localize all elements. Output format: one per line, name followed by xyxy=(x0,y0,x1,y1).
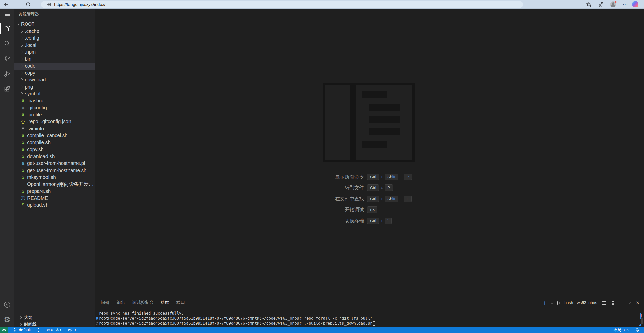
extensions-icon[interactable] xyxy=(0,84,14,95)
panel-tab-端口[interactable]: 端口 xyxy=(176,298,185,307)
split-terminal-icon[interactable] xyxy=(602,301,606,305)
tree-item-readme[interactable]: ⓘREADME xyxy=(14,195,95,202)
tree-item-png[interactable]: png xyxy=(14,84,95,91)
tree-item-copy.sh[interactable]: $copy.sh xyxy=(14,146,95,153)
tree-item-download[interactable]: download xyxy=(14,76,95,84)
tree-item-label: .cache xyxy=(25,28,39,34)
tree-item-label: png xyxy=(25,84,33,90)
shortcut-row: 切换终端Ctrl+` xyxy=(251,215,530,226)
browser-menu-icon[interactable]: ⋯ xyxy=(622,1,628,7)
remote-indicator[interactable]: >< xyxy=(0,327,8,333)
tree-item-get-user-from-hostname.pl[interactable]: ♞get-user-from-hostname.pl xyxy=(14,160,95,167)
tree-item-get-user-from-hostname.sh[interactable]: $get-user-from-hostname.sh xyxy=(14,167,95,174)
new-terminal-icon[interactable]: + xyxy=(543,299,547,307)
shell-file-icon: $ xyxy=(20,112,26,117)
terminal-overflow-indicator xyxy=(639,323,641,326)
panel-tab-问题[interactable]: 问题 xyxy=(101,298,110,307)
sidebar-section-timeline[interactable]: 时间线 xyxy=(14,322,95,327)
tree-item-.gitconfig[interactable]: ◈.gitconfig xyxy=(14,104,95,111)
tree-item-mksymbol.sh[interactable]: $mksymbol.sh xyxy=(14,174,95,181)
panel-tab-终端[interactable]: 终端 xyxy=(160,298,170,307)
shortcut-label: 转到文件 xyxy=(251,184,364,191)
terminal-line: repo sync has finished successfully. xyxy=(95,311,644,316)
close-panel-icon[interactable]: × xyxy=(636,299,639,306)
address-bar[interactable]: https://lengqinjie.xyz/index/ xyxy=(41,1,523,8)
terminal-dropdown-icon[interactable] xyxy=(551,302,553,304)
copilot-icon[interactable] xyxy=(632,1,638,7)
tree-item-label: download xyxy=(25,77,46,83)
panel-more-actions-icon[interactable]: ⋯ xyxy=(620,300,625,306)
terminal-text: root@code-server-5d2faad45da5fc3007f5a51… xyxy=(99,321,373,326)
tree-item-label: mksymbol.sh xyxy=(27,174,56,180)
panel-tab-调试控制台[interactable]: 调试控制台 xyxy=(132,298,154,307)
notifications-bell-icon[interactable] xyxy=(635,328,639,332)
kill-terminal-trash-icon[interactable] xyxy=(611,301,615,305)
tree-item-upload.sh[interactable]: $upload.sh xyxy=(14,202,95,209)
chevron-right-icon xyxy=(20,85,23,89)
terminal-tab[interactable]: bash - ws63_ohos xyxy=(557,301,597,305)
tree-item-prepare.sh[interactable]: $prepare.sh xyxy=(14,188,95,195)
sidebar-section-outline[interactable]: 大纲 xyxy=(14,313,95,322)
sync-status-item[interactable] xyxy=(36,328,41,332)
tree-item-label: .repo_.gitconfig.json xyxy=(27,119,71,124)
maximize-panel-icon[interactable] xyxy=(630,301,632,304)
key-plus: + xyxy=(400,175,402,179)
menu-icon[interactable] xyxy=(0,10,14,21)
command-decoration-blue[interactable] xyxy=(96,317,98,320)
tree-item-copy[interactable]: copy xyxy=(14,70,95,77)
tree-item-root[interactable]: ROOT xyxy=(14,21,95,28)
tree-item-compile_cancel.sh[interactable]: $compile_cancel.sh xyxy=(14,132,95,139)
tree-item-download.sh[interactable]: $download.sh xyxy=(14,153,95,160)
tree-item-.local[interactable]: .local xyxy=(14,42,95,49)
tree-item-.viminfo[interactable]: ≡.viminfo xyxy=(14,125,95,132)
tree-item-.profile[interactable]: $.profile xyxy=(14,111,95,118)
tree-item-code[interactable]: code xyxy=(14,63,95,70)
ports-status-item[interactable]: 0 xyxy=(68,328,76,332)
problems-status-item[interactable]: ⊗ 0 ⚠ 0 xyxy=(47,328,62,332)
branch-status-item[interactable]: default xyxy=(14,328,31,332)
account-icon[interactable] xyxy=(0,299,14,310)
browser-essentials-icon[interactable] xyxy=(598,1,604,7)
tree-item-label: prepare.sh xyxy=(27,188,51,194)
json-file-icon: {} xyxy=(20,119,26,124)
tree-item-label: download.sh xyxy=(27,154,55,159)
keycap: Ctrl xyxy=(367,196,379,202)
terminal-tab-label: bash - ws63_ohos xyxy=(564,301,597,305)
tree-item-compile.sh[interactable]: $compile.sh xyxy=(14,139,95,146)
tree-item-.npm[interactable]: .npm xyxy=(14,49,95,56)
command-decoration-grey[interactable] xyxy=(96,322,98,325)
shortcut-row: 在文件中查找Ctrl+Shift+F xyxy=(251,193,530,204)
shell-file-icon: $ xyxy=(20,154,26,159)
key-plus: + xyxy=(381,197,383,201)
keyboard-layout-item[interactable]: 布局: US xyxy=(614,327,629,333)
settings-gear-icon[interactable]: ⚙ xyxy=(0,314,14,325)
tree-item-openharmony-...[interactable]: ↓OpenHarmony南向设备开发平台使... xyxy=(14,181,95,188)
tree-item-label: .profile xyxy=(27,112,42,118)
source-control-icon[interactable] xyxy=(0,53,14,64)
shortcut-keys: Ctrl+` xyxy=(367,218,392,224)
tree-item-.config[interactable]: .config xyxy=(14,35,95,42)
tree-item-.bashrc[interactable]: $.bashrc xyxy=(14,97,95,105)
tree-item-symbol[interactable]: symbol xyxy=(14,90,95,97)
chevron-right-icon xyxy=(20,92,23,95)
key-plus: + xyxy=(381,186,383,190)
terminal-output[interactable]: repo sync has finished successfully.root… xyxy=(95,311,644,326)
tree-item-bin[interactable]: bin xyxy=(14,56,95,63)
search-icon[interactable] xyxy=(0,38,14,49)
url-text[interactable]: https://lengqinjie.xyz/index/ xyxy=(54,2,105,7)
bottom-panel: 问题输出调试控制台终端端口 + bash - ws63_ohos ⋯ × rep… xyxy=(95,299,644,327)
run-and-debug-icon[interactable] xyxy=(0,68,14,79)
favorites-icon[interactable] xyxy=(586,1,592,7)
tree-item-.repo_.gitconfig.json[interactable]: {}.repo_.gitconfig.json xyxy=(14,118,95,125)
site-info-globe-icon[interactable] xyxy=(47,2,51,7)
shortcut-row: 开始调试F5 xyxy=(251,204,530,216)
shortcut-label: 在文件中查找 xyxy=(251,196,364,202)
explorer-icon[interactable] xyxy=(0,23,14,34)
panel-tab-输出[interactable]: 输出 xyxy=(116,298,125,307)
back-icon[interactable] xyxy=(4,2,9,7)
terminal-cursor xyxy=(373,321,375,326)
tree-item-.cache[interactable]: .cache xyxy=(14,28,95,35)
refresh-icon[interactable] xyxy=(25,2,31,7)
tree-item-label: compile.sh xyxy=(27,140,51,145)
explorer-more-actions-icon[interactable]: ⋯ xyxy=(84,11,90,17)
